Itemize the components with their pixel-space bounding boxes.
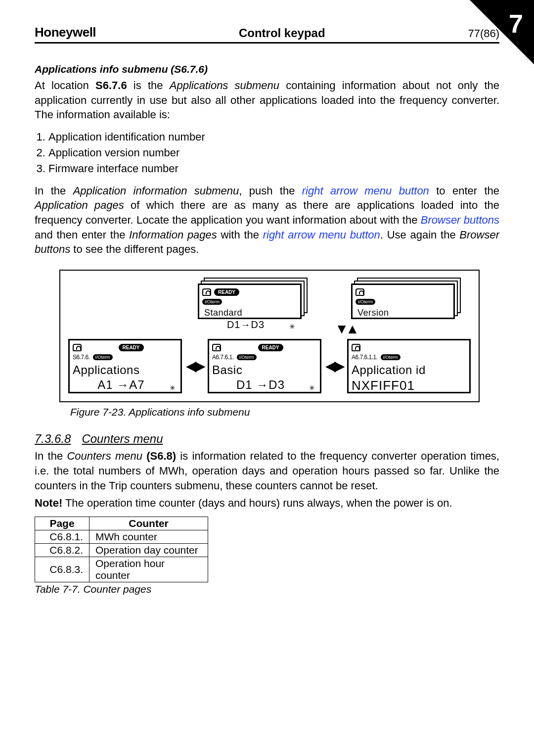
location-code: S6.7.6: [95, 79, 127, 92]
lcd-range: D1→D3: [202, 319, 289, 331]
cell-page: C6.8.1.: [35, 530, 89, 543]
ast-icon: ✳: [309, 384, 317, 392]
ready-badge: READY: [214, 288, 239, 296]
section-title: Counters menu: [82, 432, 163, 445]
lcd-code: S6.7.6.: [73, 354, 90, 361]
text: In the: [35, 185, 73, 197]
lcd-range: A1 →A7: [73, 378, 170, 392]
lcd-standard: READY I/Oterm Standard D1→D3✳: [198, 278, 307, 319]
subsection-heading: Applications info submenu (S6.7.6): [35, 63, 499, 75]
rotation-icon: [356, 288, 364, 296]
button-ref: Browser buttons: [421, 214, 499, 226]
lcd-code: A6.7.6.1.: [212, 354, 234, 361]
cell-page: C6.8.3.: [35, 557, 89, 582]
submenu-ref: Application information submenu: [73, 185, 239, 197]
text: to enter the: [429, 185, 499, 197]
location-code: (S6.8): [142, 450, 176, 462]
lcd-range: D1 →D3: [212, 378, 309, 392]
text: and then enter the: [35, 229, 129, 241]
text: . Use again the: [380, 229, 460, 241]
list-item: Application version number: [48, 145, 499, 161]
lcd-text: Standard: [204, 308, 297, 318]
table-caption: Table 7-7. Counter pages: [35, 583, 499, 595]
left-right-arrows-icon: ◀▶: [185, 359, 205, 373]
ioterm-badge: I/Oterm: [93, 354, 113, 360]
text: , push the: [239, 185, 302, 197]
text: The operation time counter (days and hou…: [62, 497, 452, 509]
lcd-value: NXFIFF01: [352, 378, 466, 393]
lcd-text: Basic: [212, 363, 317, 377]
nav-paragraph: In the Application information submenu, …: [35, 184, 499, 257]
ready-badge: READY: [119, 344, 144, 351]
lcd-text: Applications: [73, 363, 178, 377]
text: At location: [35, 79, 95, 92]
text: In the: [35, 450, 67, 462]
button-ref: right arrow menu button: [302, 185, 429, 197]
rotation-icon: [73, 344, 82, 351]
ioterm-badge: I/Oterm: [381, 354, 400, 360]
list-item: Firmware interface number: [48, 161, 499, 177]
note-paragraph: Note! The operation time counter (days a…: [35, 496, 499, 511]
chapter-corner: [470, 0, 534, 64]
figure-caption: Figure 7-23. Applications info submenu: [70, 406, 499, 418]
text: is the: [127, 79, 170, 92]
lcd-basic: READY A6.7.6.1.I/Oterm Basic D1 →D3✳: [208, 339, 321, 393]
ready-badge: READY: [258, 344, 283, 351]
intro-paragraph: At location S6.7.6 is the Applications s…: [35, 78, 499, 122]
menu-ref: Counters menu: [67, 450, 142, 462]
note-label: Note!: [35, 497, 62, 509]
section-heading: 7.3.6.8Counters menu: [35, 432, 499, 446]
pages-ref: Information pages: [129, 229, 217, 241]
table-header: Page: [35, 517, 89, 530]
lcd-code: A6.7.6.1.1.: [352, 354, 378, 361]
lcd-text: Version: [357, 308, 450, 318]
ast-icon: ✳: [289, 323, 297, 331]
left-right-arrows-icon: ◀▶: [324, 359, 344, 373]
info-list: Application identification number Applic…: [48, 129, 499, 177]
counter-pages-table: Page Counter C6.8.1. MWh counter C6.8.2.…: [35, 517, 208, 582]
submenu-name: Applications submenu: [170, 79, 279, 92]
cell-counter: Operation day counter: [89, 543, 208, 557]
rotation-icon: [212, 344, 221, 351]
ioterm-badge: I/Oterm: [356, 299, 375, 305]
header-title: Control keypad: [96, 26, 468, 40]
table-row: C6.8.3. Operation hour counter: [35, 557, 208, 582]
pages-ref: Application pages: [35, 199, 124, 211]
text: with the: [217, 229, 263, 241]
page-header: Honeywell Control keypad 77(86): [35, 25, 499, 44]
lcd-navigation-diagram: READY I/Oterm Standard D1→D3✳ I/Oterm Ve…: [59, 270, 480, 402]
ast-icon: ✳: [170, 384, 178, 392]
rotation-icon: [202, 288, 211, 296]
list-item: Application identification number: [48, 129, 499, 145]
lcd-applications: READY S6.7.6.I/Oterm Applications A1 →A7…: [68, 339, 182, 393]
lcd-version: I/Oterm Version: [351, 278, 460, 319]
chapter-number: 7: [509, 9, 523, 39]
table-row: C6.8.2. Operation day counter: [35, 543, 208, 557]
brand-logo: Honeywell: [35, 25, 96, 40]
lcd-application-id: A6.7.6.1.1.I/Oterm Application id NXFIFF…: [347, 339, 471, 393]
table-header: Counter: [89, 517, 208, 530]
ioterm-badge: I/Oterm: [237, 354, 257, 360]
table-row: C6.8.1. MWh counter: [35, 530, 208, 543]
section-number: 7.3.6.8: [35, 432, 71, 445]
text: to see the different pages.: [70, 243, 199, 255]
counters-paragraph: In the Counters menu (S6.8) is informati…: [35, 449, 499, 493]
button-ref: right arrow menu button: [263, 229, 380, 241]
lcd-text: Application id: [352, 363, 466, 377]
rotation-icon: [352, 344, 360, 351]
cell-page: C6.8.2.: [35, 543, 89, 557]
cell-counter: Operation hour counter: [89, 557, 208, 582]
cell-counter: MWh counter: [89, 530, 208, 543]
ioterm-badge: I/Oterm: [202, 299, 222, 305]
